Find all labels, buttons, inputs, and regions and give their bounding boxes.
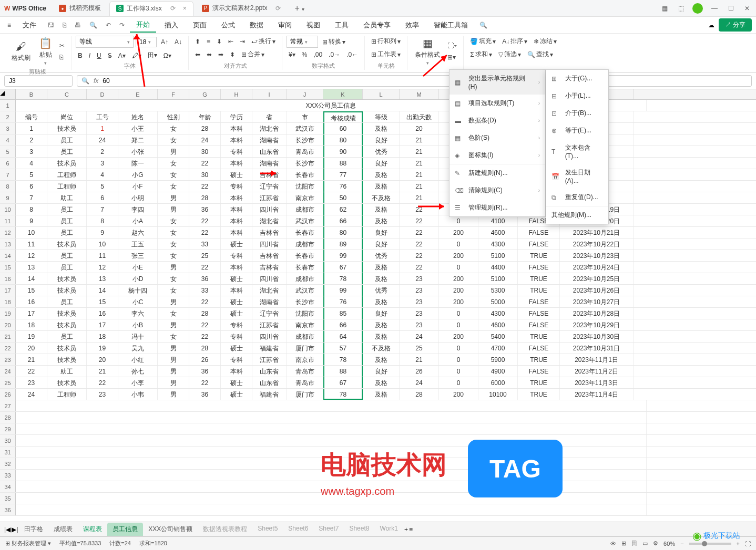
row-header[interactable]: 26 (0, 389, 16, 400)
cell[interactable]: TRUE (518, 250, 560, 261)
cell[interactable]: 4400 (478, 262, 518, 273)
fullscreen-icon[interactable]: ⛶ (745, 541, 751, 547)
cell[interactable]: 6 (87, 192, 118, 203)
menu-item[interactable]: ☰管理规则(R)... (449, 199, 545, 216)
wrap-button[interactable]: ⮐ 换行▾ (249, 36, 278, 47)
cell[interactable]: 21 (400, 134, 439, 146)
cell[interactable]: 技术员 (47, 319, 87, 330)
col-header[interactable]: H (221, 89, 252, 99)
cell[interactable]: 硕士 (221, 343, 252, 354)
cell[interactable]: 女 (158, 169, 189, 180)
cell[interactable]: 及格 (363, 204, 400, 215)
cell[interactable]: 良好 (363, 134, 400, 146)
cell[interactable]: 员工 (47, 146, 87, 157)
cell[interactable]: 23 (400, 273, 439, 284)
menu-item[interactable]: ⊟小于(L)... (546, 87, 608, 105)
menu-item[interactable]: ⊡介于(B)... (546, 105, 608, 122)
zoom-out-icon[interactable]: − (680, 541, 683, 547)
cell[interactable]: 青岛市 (287, 377, 323, 388)
cell[interactable]: 技术员 (47, 238, 87, 250)
menu-item[interactable]: ⧉重复值(D)... (546, 189, 608, 206)
cell[interactable]: 89 (323, 238, 363, 250)
cell[interactable]: 女 (158, 158, 189, 169)
cell[interactable]: 23 (87, 389, 118, 400)
number-format-select[interactable]: 常规▾ (287, 36, 318, 48)
cell[interactable]: 26 (400, 366, 439, 377)
menu-insert[interactable]: 插入 (158, 18, 185, 32)
menu-item[interactable]: ⊞大于(G)... (546, 70, 608, 87)
cell[interactable]: 5000 (478, 296, 518, 307)
cell[interactable]: 男 (158, 319, 189, 330)
row-header[interactable]: 4 (0, 134, 16, 146)
cell[interactable]: 本科 (221, 204, 252, 215)
cell[interactable]: 技术员 (47, 273, 87, 284)
cell[interactable]: TRUE (518, 377, 560, 388)
cell[interactable]: 员工 (47, 204, 87, 215)
cell[interactable]: 长春市 (287, 227, 323, 238)
cell[interactable]: 21 (87, 366, 118, 377)
sheet-tab[interactable]: 数据透视表教程 (198, 523, 252, 536)
cell[interactable]: 26 (189, 354, 221, 365)
cell[interactable]: 36 (189, 366, 221, 377)
cell[interactable]: 本科 (221, 262, 252, 273)
cell[interactable]: 技术员 (47, 377, 87, 388)
cell[interactable]: 2023年10月28日 (560, 308, 634, 319)
header-cell[interactable]: 工号 (87, 111, 118, 122)
sheet-tab[interactable]: 员工信息 (107, 523, 143, 536)
menu-item[interactable]: ▦突出显示单元格规则(H)› (449, 70, 545, 95)
cell[interactable]: 50 (323, 192, 363, 203)
cell[interactable]: 王五 (118, 238, 158, 250)
cell[interactable]: 2023年10月21日 (560, 227, 634, 238)
cell[interactable]: 本科 (221, 123, 252, 134)
cell[interactable]: 5900 (478, 354, 518, 365)
sheet-nav-icon[interactable]: |◀ (4, 526, 11, 533)
row-header[interactable]: 7 (0, 169, 16, 180)
row-header[interactable]: 12 (0, 227, 16, 238)
dec-dec-icon[interactable]: .0← (344, 50, 360, 59)
select-all-corner[interactable]: ◢ (0, 89, 16, 99)
cell[interactable]: 2023年10月23日 (560, 250, 634, 261)
cell[interactable]: 17 (87, 319, 118, 330)
cell[interactable]: 山东省 (252, 146, 287, 157)
cell[interactable]: 67 (323, 377, 363, 388)
cell[interactable]: FALSE (518, 262, 560, 273)
cell[interactable]: 良好 (363, 308, 400, 319)
row-header[interactable]: 29 (0, 423, 16, 434)
align-bot-icon[interactable]: ⬇ (214, 37, 224, 46)
cell[interactable]: 专科 (221, 319, 252, 330)
cell[interactable]: 22 (189, 319, 221, 330)
menu-item[interactable]: ▤项目选取规则(T)› (449, 95, 545, 112)
cell[interactable]: 21 (400, 158, 439, 169)
cell[interactable]: 76 (323, 181, 363, 192)
cell[interactable]: 200 (439, 250, 478, 261)
cell[interactable]: 2023年11月1日 (560, 354, 634, 365)
cell[interactable]: 员工 (47, 331, 87, 342)
cell[interactable]: 2023年10月27日 (560, 296, 634, 307)
cell[interactable]: 36 (189, 204, 221, 215)
cell[interactable]: 4600 (478, 227, 518, 238)
cell[interactable]: 青岛市 (287, 366, 323, 377)
row-header[interactable]: 25 (0, 377, 16, 388)
menu-view[interactable]: 视图 (300, 18, 326, 32)
col-header[interactable]: L (363, 89, 400, 99)
cell[interactable]: 员工 (47, 215, 87, 226)
close-window-icon[interactable]: ✕ (742, 3, 752, 14)
cell[interactable]: 22 (189, 158, 221, 169)
row-header[interactable]: 30 (0, 435, 16, 446)
cell[interactable]: 2023年11月3日 (560, 377, 634, 388)
cell[interactable]: 0 (439, 215, 478, 226)
avatar[interactable] (692, 3, 703, 14)
row-header[interactable]: 19 (0, 308, 16, 319)
cell[interactable]: 4300 (478, 308, 518, 319)
row-header[interactable]: 24 (0, 366, 16, 377)
cell[interactable]: 女 (158, 331, 189, 342)
menu-item[interactable]: ⊜等于(E)... (546, 122, 608, 139)
cell[interactable]: 冯十 (118, 331, 158, 342)
cell[interactable]: FALSE (518, 238, 560, 250)
cell[interactable]: 4 (87, 169, 118, 180)
cell[interactable]: 福建省 (252, 389, 287, 400)
find-button[interactable]: 🔍 查找▾ (525, 49, 555, 60)
cell[interactable]: 小李 (118, 377, 158, 388)
sheet-tab[interactable]: Sheet5 (252, 523, 283, 536)
row-header[interactable]: 22 (0, 343, 16, 354)
